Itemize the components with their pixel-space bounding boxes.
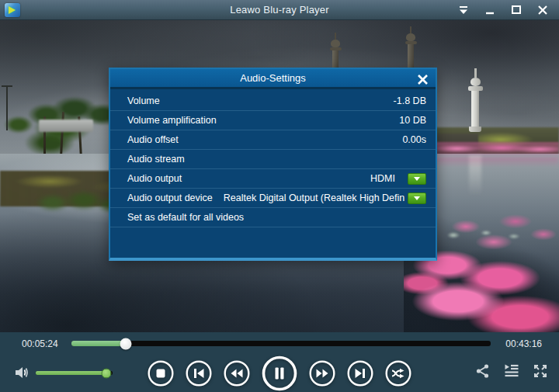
utility-controls [475, 363, 548, 379]
control-bar: 00:05:24 00:43:16 [0, 332, 559, 392]
audio-output-dropdown-button[interactable] [408, 173, 426, 185]
close-icon[interactable] [536, 3, 550, 17]
street-light-arm [2, 85, 12, 87]
fullscreen-icon[interactable] [533, 363, 548, 379]
dropdown-arrow-icon [414, 196, 420, 200]
setting-label: Set as default for all videos [127, 212, 244, 223]
dialog-header: Audio-Settings [110, 69, 436, 89]
setting-value: Realtek Digital Output (Realtek High Def… [224, 193, 404, 203]
dialog-title: Audio-Settings [240, 72, 306, 84]
share-icon[interactable] [475, 363, 491, 379]
setting-label: Audio output device [127, 193, 213, 203]
application-window: Leawo Blu-ray Player [0, 0, 559, 392]
setting-value: -1.8 DB [394, 95, 426, 106]
setting-label: Audio offset [127, 134, 179, 145]
lily-highlights [435, 224, 528, 247]
menu-icon[interactable] [457, 3, 470, 17]
setting-label: Volume amplification [127, 115, 217, 126]
audio-output-device-dropdown-button[interactable] [408, 193, 426, 204]
stop-button[interactable] [148, 360, 174, 387]
setting-label: Audio stream [127, 154, 185, 165]
street-light-pole [6, 85, 8, 130]
shore-vehicle [39, 120, 93, 132]
playlist-icon[interactable] [504, 363, 519, 379]
seek-progress [71, 341, 126, 346]
elapsed-time: 00:05:24 [22, 338, 58, 349]
minimize-icon[interactable] [483, 3, 497, 17]
seek-handle[interactable] [120, 338, 132, 349]
setting-row-audio-output[interactable]: Audio output HDMI [110, 169, 436, 189]
setting-value: 0.00s [402, 134, 426, 145]
pink-flower-bank [432, 142, 559, 155]
setting-label: Audio output [127, 173, 182, 184]
previous-button[interactable] [186, 360, 212, 387]
setting-row-set-default[interactable]: Set as default for all videos [110, 208, 436, 227]
titlebar: Leawo Blu-ray Player [0, 0, 559, 20]
shuffle-button[interactable] [385, 360, 411, 387]
maximize-icon[interactable] [509, 3, 523, 17]
setting-label: Volume [127, 95, 160, 106]
seek-bar[interactable] [71, 341, 491, 346]
rewind-button[interactable] [224, 360, 250, 387]
total-time: 00:43:16 [505, 338, 542, 349]
setting-row-volume-amplification[interactable]: Volume amplification 10 DB [110, 111, 436, 130]
setting-value: 10 DB [399, 115, 426, 126]
next-button[interactable] [347, 360, 373, 387]
setting-value: HDMI [370, 173, 395, 184]
fast-forward-button[interactable] [309, 360, 335, 387]
pink-bank-reflection [432, 157, 559, 168]
dropdown-arrow-icon [414, 177, 420, 181]
pause-button[interactable] [262, 356, 297, 391]
setting-row-audio-output-device[interactable]: Audio output device Realtek Digital Outp… [110, 189, 436, 208]
setting-row-audio-offset[interactable]: Audio offset 0.00s [110, 130, 436, 150]
dialog-close-icon[interactable] [415, 72, 429, 86]
setting-row-audio-stream[interactable]: Audio stream [110, 150, 436, 169]
audio-settings-dialog: Audio-Settings Volume -1.8 DB Volume amp… [109, 68, 437, 261]
white-minaret-tower [464, 68, 486, 140]
setting-row-volume[interactable]: Volume -1.8 DB [110, 92, 436, 111]
